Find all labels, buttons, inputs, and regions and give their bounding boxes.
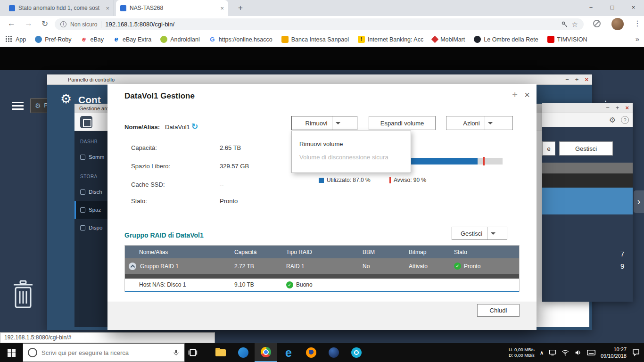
chrome-icon[interactable] bbox=[255, 343, 277, 362]
taskbar-clock[interactable]: 10:27 09/10/2018 bbox=[601, 346, 627, 360]
devices-icon bbox=[80, 225, 85, 230]
keyboard-icon[interactable] bbox=[587, 349, 595, 356]
window-titlebar[interactable]: Pannello di controllo − + × bbox=[47, 74, 592, 85]
firefox-icon[interactable] bbox=[300, 343, 322, 362]
edge-icon[interactable]: e bbox=[277, 343, 300, 362]
remove-button[interactable]: Rimuovi bbox=[291, 116, 357, 130]
browser-menu-icon[interactable]: ⋮ bbox=[634, 19, 641, 28]
bookmark-item[interactable]: Androidiani bbox=[160, 36, 200, 43]
address-bar[interactable]: i Non sicuro 192.168.1.5:8080/cgi-bin/ ☆ bbox=[55, 18, 584, 30]
close-icon[interactable]: × bbox=[625, 103, 629, 113]
bookmark-item[interactable]: eeBay Extra bbox=[113, 36, 151, 43]
storage-app-icon[interactable] bbox=[80, 116, 92, 128]
minimize-icon[interactable]: − bbox=[606, 103, 610, 113]
maximize-icon[interactable]: + bbox=[512, 90, 518, 100]
back-icon[interactable]: ← bbox=[8, 19, 16, 28]
close-icon[interactable]: × bbox=[623, 0, 644, 16]
key-icon[interactable] bbox=[561, 21, 568, 28]
bookmark-item[interactable]: MobiMart bbox=[432, 36, 465, 43]
speaker-icon[interactable] bbox=[574, 349, 582, 356]
table-row-disk[interactable]: Host NAS: Disco 1 9.10 TB ✓Buono bbox=[125, 279, 519, 292]
menu-item-remove-volume[interactable]: Rimuovi volume bbox=[292, 138, 411, 151]
tab-title: Stato anomalo hdd 1, come sost bbox=[18, 5, 102, 11]
android-favicon-icon bbox=[160, 36, 167, 43]
tab-close-icon[interactable]: × bbox=[106, 5, 109, 12]
actions-button[interactable]: Azioni bbox=[446, 116, 513, 130]
bookmark-item[interactable]: !Internet Banking: Acc bbox=[358, 36, 423, 43]
dark-strip bbox=[542, 173, 633, 188]
qfinder-icon[interactable] bbox=[345, 343, 368, 362]
new-tab-button[interactable]: + bbox=[236, 3, 245, 13]
disk-icon bbox=[80, 189, 85, 195]
window-title: Pannello di controllo bbox=[68, 77, 115, 82]
window-titlebar[interactable]: − + × bbox=[542, 103, 633, 113]
manage-button[interactable]: Gestisci bbox=[559, 141, 613, 156]
bookmark-star-icon[interactable]: ☆ bbox=[572, 20, 578, 29]
gear-icon[interactable]: ⚙ bbox=[609, 115, 616, 124]
browser-tab-nas[interactable]: NAS-TAS268 × bbox=[116, 0, 228, 16]
dark-favicon-icon bbox=[474, 36, 481, 43]
chevron-down-icon bbox=[485, 116, 496, 130]
site-info-icon[interactable]: i bbox=[60, 21, 66, 27]
network-speed-indicator[interactable]: U: 0,00 MB/s D: 0,00 MB/s bbox=[509, 347, 535, 359]
recycle-bin-icon[interactable] bbox=[10, 279, 36, 310]
maximize-icon[interactable]: □ bbox=[602, 0, 623, 16]
bookmark-item[interactable]: Ghttps://online.hsacco bbox=[209, 36, 272, 43]
microphone-icon[interactable] bbox=[173, 348, 180, 357]
gear-icon: ⚙ bbox=[60, 91, 72, 107]
close-dialog-button[interactable]: Chiudi bbox=[477, 304, 520, 317]
page-favicon bbox=[120, 5, 126, 11]
tab-close-icon[interactable]: × bbox=[220, 5, 224, 12]
blue-app-icon[interactable] bbox=[232, 343, 255, 362]
bookmarks-overflow-icon[interactable]: » bbox=[636, 35, 639, 43]
bookmark-item[interactable]: TIMVISION bbox=[547, 36, 587, 43]
time: 10:27 bbox=[601, 346, 627, 353]
table-row-raid-group[interactable]: Gruppo RAID 1 2.72 TB RAID 1 No Attivato… bbox=[125, 258, 519, 274]
bookmarks-bar: App Pref-Roby eeBay eeBay Extra Androidi… bbox=[0, 32, 644, 47]
minimize-icon[interactable]: − bbox=[565, 74, 569, 85]
taskbar-search[interactable] bbox=[23, 343, 185, 362]
carousel-next-icon[interactable]: › bbox=[634, 190, 644, 213]
action-center-icon[interactable] bbox=[632, 348, 640, 357]
task-view-icon[interactable] bbox=[188, 347, 198, 358]
diamond-favicon-icon bbox=[431, 36, 439, 43]
raid-manage-button[interactable]: Gestisci bbox=[452, 227, 507, 240]
toolbar: ⚙ ? bbox=[542, 113, 633, 127]
wifi-icon[interactable] bbox=[561, 349, 569, 356]
reload-icon[interactable]: ↻ bbox=[41, 19, 48, 29]
bookmark-item[interactable]: eeBay bbox=[81, 36, 104, 43]
nas-header: ⚙ Pannello di con... × Gestione archivi … bbox=[0, 47, 644, 70]
ssd-cache-label: Cache SSD: bbox=[131, 181, 165, 188]
blocked-content-icon[interactable] bbox=[593, 20, 601, 27]
bookmark-item[interactable]: Pref-Roby bbox=[35, 36, 71, 43]
refresh-icon[interactable]: ↻ bbox=[191, 122, 198, 132]
bookmark-item[interactable]: Banca Intesa Sanpaol bbox=[281, 36, 349, 43]
file-explorer-icon[interactable] bbox=[209, 343, 232, 362]
minimize-icon[interactable]: − bbox=[580, 0, 602, 16]
profile-avatar[interactable] bbox=[611, 18, 624, 30]
partial-button[interactable]: e bbox=[542, 141, 555, 156]
expand-volume-button[interactable]: Espandi volume bbox=[369, 116, 436, 130]
monitor-icon[interactable] bbox=[549, 349, 556, 356]
collapse-row-icon[interactable] bbox=[129, 263, 136, 270]
maximize-icon[interactable]: + bbox=[616, 103, 619, 113]
menu-item-safe-detach: Volume di disconnessione sicura bbox=[292, 151, 411, 164]
close-icon[interactable]: × bbox=[524, 90, 530, 100]
bookmark-apps[interactable]: App bbox=[6, 36, 26, 43]
usage-legend-warning: Avviso: 90 % bbox=[389, 177, 426, 183]
status-value: Pronto bbox=[220, 197, 238, 205]
search-input[interactable] bbox=[41, 349, 168, 356]
start-button[interactable] bbox=[0, 343, 23, 362]
main-menu-icon[interactable] bbox=[12, 102, 24, 112]
security-label: Non sicuro bbox=[70, 21, 97, 28]
browser-tab-hdd-status[interactable]: Stato anomalo hdd 1, come sost × bbox=[5, 0, 114, 16]
close-icon[interactable]: × bbox=[585, 74, 588, 85]
sphere-app-icon[interactable] bbox=[322, 343, 345, 362]
system-tray: U: 0,00 MB/s D: 0,00 MB/s ∧ 10:27 09/10/… bbox=[509, 343, 644, 362]
bookmark-item[interactable]: Le Ombre della Rete bbox=[474, 36, 538, 43]
volume-usage-bar bbox=[542, 188, 633, 214]
forward-icon[interactable]: → bbox=[25, 19, 33, 28]
help-icon[interactable]: ? bbox=[621, 116, 629, 124]
maximize-icon[interactable]: + bbox=[575, 74, 579, 85]
hidden-icons-chevron-icon[interactable]: ∧ bbox=[540, 350, 544, 356]
